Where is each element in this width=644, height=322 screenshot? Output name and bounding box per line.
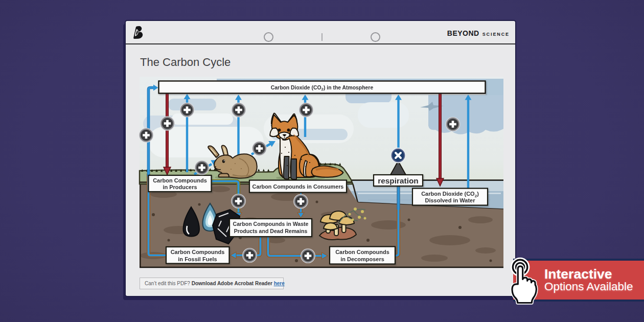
svg-text:Carbon Compounds: Carbon Compounds	[335, 249, 389, 255]
svg-text:Carbon Compounds in Waste: Carbon Compounds in Waste	[233, 221, 309, 227]
svg-text:Carbon Compounds in Consumers: Carbon Compounds in Consumers	[252, 183, 344, 190]
svg-text:in Producers: in Producers	[163, 184, 197, 190]
svg-text:Carbon Compounds: Carbon Compounds	[153, 177, 207, 183]
svg-text:respiration: respiration	[378, 176, 419, 185]
svg-text:Carbon Compounds: Carbon Compounds	[171, 249, 225, 255]
svg-text:in Fossil Fuels: in Fossil Fuels	[178, 256, 217, 262]
svg-text:Dissolved in Water: Dissolved in Water	[425, 197, 475, 203]
svg-text:in Decomposers: in Decomposers	[340, 256, 384, 262]
svg-text:Products and Dead Remains: Products and Dead Remains	[234, 228, 308, 234]
